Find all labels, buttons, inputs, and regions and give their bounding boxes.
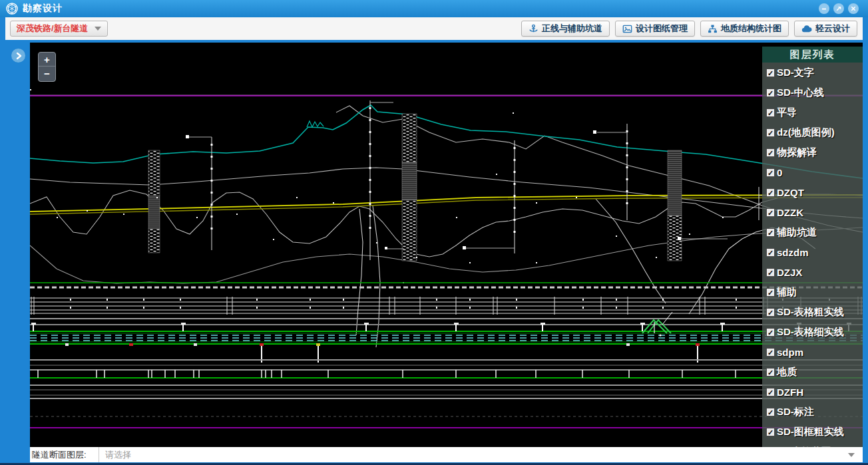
layer-item[interactable]: SD-标注 bbox=[762, 402, 863, 422]
layer-checkbox[interactable] bbox=[766, 128, 775, 137]
close-button[interactable] bbox=[848, 3, 859, 14]
chevron-down-icon bbox=[848, 453, 855, 457]
profile-table-section bbox=[30, 283, 863, 416]
layer-label: SD-标注 bbox=[777, 406, 814, 418]
green-line-ticks bbox=[38, 370, 736, 378]
layer-label: SD-表格粗实线 bbox=[777, 306, 844, 319]
project-selector-label: 深茂铁路/新台隧道 bbox=[17, 23, 89, 35]
layer-item[interactable]: dz(小拉装图) bbox=[762, 442, 863, 447]
layer-checkbox[interactable] bbox=[766, 188, 775, 197]
button-label: 轻云设计 bbox=[815, 23, 850, 35]
layer-item[interactable]: 辅助坑道 bbox=[762, 222, 863, 242]
layer-checkbox[interactable] bbox=[766, 328, 775, 337]
layer-item[interactable]: 地质 bbox=[762, 362, 863, 382]
cloud-icon bbox=[801, 24, 812, 34]
layer-item[interactable]: SD-图框粗实线 bbox=[762, 422, 863, 442]
maximize-button[interactable] bbox=[833, 3, 844, 14]
titlebar: 勘察设计 bbox=[0, 0, 868, 17]
layer-checkbox[interactable] bbox=[766, 168, 775, 177]
track-band bbox=[30, 312, 863, 363]
geological-profile-drawing bbox=[30, 43, 863, 447]
layer-panel: 图层列表 SD-文字 SD-中心线 平导 dz(地质图例) 物探解译 0 DZQ… bbox=[762, 47, 863, 447]
borehole-columns bbox=[148, 114, 682, 261]
layer-item[interactable]: 平导 bbox=[762, 102, 863, 122]
layer-label: SD-图框粗实线 bbox=[777, 426, 844, 438]
mainline-aux-tunnel-button[interactable]: 正线与辅助坑道 bbox=[521, 21, 610, 37]
chevron-down-icon bbox=[95, 27, 101, 31]
layer-checkbox[interactable] bbox=[766, 268, 775, 277]
geology-structure-chart-button[interactable]: 地质结构统计图 bbox=[700, 21, 789, 37]
cad-canvas[interactable]: + − 图层列表 SD-文字 SD-中心线 平导 dz(地质图例) 物探解译 0… bbox=[30, 43, 863, 447]
layer-item[interactable]: 辅助 bbox=[762, 282, 863, 302]
tunnel-section-layer-label: 隧道断面图层: bbox=[30, 449, 99, 461]
layer-label: sdzdm bbox=[777, 247, 809, 258]
layer-checkbox[interactable] bbox=[766, 288, 775, 297]
layer-checkbox[interactable] bbox=[766, 408, 775, 416]
layer-label: 0 bbox=[777, 167, 782, 178]
layer-item[interactable]: DZFH bbox=[762, 382, 863, 402]
layer-item[interactable]: DZQT bbox=[762, 182, 863, 202]
layer-item[interactable]: SD-中心线 bbox=[762, 82, 863, 102]
window-controls bbox=[819, 3, 859, 14]
sitemap-icon bbox=[708, 24, 718, 34]
button-label: 设计图纸管理 bbox=[636, 23, 688, 35]
anchor-icon bbox=[529, 24, 539, 34]
layer-checkbox[interactable] bbox=[766, 308, 775, 317]
survey-verticals bbox=[186, 100, 785, 260]
zoom-out-button[interactable]: − bbox=[39, 67, 55, 80]
design-drawings-button[interactable]: 设计图纸管理 bbox=[615, 21, 695, 37]
layer-checkbox[interactable] bbox=[766, 88, 775, 97]
layer-label: 辅助 bbox=[777, 286, 797, 299]
layer-checkbox[interactable] bbox=[766, 148, 775, 157]
layer-checkbox[interactable] bbox=[766, 248, 775, 257]
expand-panel-button[interactable] bbox=[11, 49, 25, 63]
light-cloud-design-button[interactable]: 轻云设计 bbox=[794, 21, 857, 37]
borehole-column bbox=[668, 150, 682, 261]
chevron-right-icon bbox=[15, 52, 23, 60]
layer-checkbox[interactable] bbox=[766, 208, 775, 217]
layer-item[interactable]: sdzdm bbox=[762, 242, 863, 262]
layer-item[interactable]: dz(地质图例) bbox=[762, 122, 863, 142]
layer-label: SD-表格细实线 bbox=[777, 326, 844, 339]
minimize-button[interactable] bbox=[819, 3, 829, 14]
layer-checkbox[interactable] bbox=[766, 388, 775, 396]
zoom-in-button[interactable]: + bbox=[39, 53, 55, 67]
layer-label: SD-文字 bbox=[777, 67, 814, 79]
layer-label: sdpm bbox=[777, 347, 803, 358]
layer-checkbox[interactable] bbox=[766, 348, 775, 357]
layer-checkbox[interactable] bbox=[766, 108, 775, 117]
layer-item[interactable]: 0 bbox=[762, 162, 863, 182]
layer-checkbox[interactable] bbox=[766, 228, 775, 237]
layer-item[interactable]: SD-表格粗实线 bbox=[762, 302, 863, 322]
layer-checkbox[interactable] bbox=[766, 69, 775, 77]
layer-item[interactable]: DZJX bbox=[762, 262, 863, 282]
layer-item[interactable]: SD-表格细实线 bbox=[762, 322, 863, 342]
layer-checkbox[interactable] bbox=[766, 368, 775, 377]
layer-item[interactable]: SD-文字 bbox=[762, 63, 863, 82]
layer-label: 物探解译 bbox=[777, 146, 817, 159]
minimize-icon bbox=[821, 5, 827, 12]
survey-dots bbox=[30, 89, 724, 283]
layer-label: DZQT bbox=[777, 187, 804, 198]
select-placeholder: 请选择 bbox=[99, 449, 131, 461]
zoom-control: + − bbox=[38, 52, 56, 82]
layer-item[interactable]: 物探解译 bbox=[762, 142, 863, 162]
layer-label: 平导 bbox=[777, 106, 797, 119]
project-selector[interactable]: 深茂铁路/新台隧道 bbox=[10, 21, 108, 37]
layer-item[interactable]: sdpm bbox=[762, 342, 863, 362]
tunnel-section-layer-select[interactable]: 请选择 bbox=[99, 447, 863, 462]
borehole-column bbox=[402, 114, 417, 261]
borehole-column bbox=[148, 150, 160, 253]
layer-label: 地质 bbox=[777, 366, 797, 379]
toolbar-buttons: 正线与辅助坑道 设计图纸管理 地质结构统计图 bbox=[521, 21, 857, 37]
layer-label: DZJX bbox=[777, 267, 802, 278]
bottombar: 隧道断面图层: 请选择 bbox=[30, 447, 863, 462]
button-label: 正线与辅助坑道 bbox=[542, 23, 602, 35]
maximize-icon bbox=[835, 5, 842, 12]
layer-item[interactable]: DZZK bbox=[762, 202, 863, 222]
app-logo-icon bbox=[6, 3, 18, 15]
layer-panel-title: 图层列表 bbox=[762, 47, 863, 63]
layer-label: 辅助坑道 bbox=[777, 226, 817, 239]
button-label: 地质结构统计图 bbox=[721, 23, 781, 35]
layer-checkbox[interactable] bbox=[766, 428, 775, 436]
